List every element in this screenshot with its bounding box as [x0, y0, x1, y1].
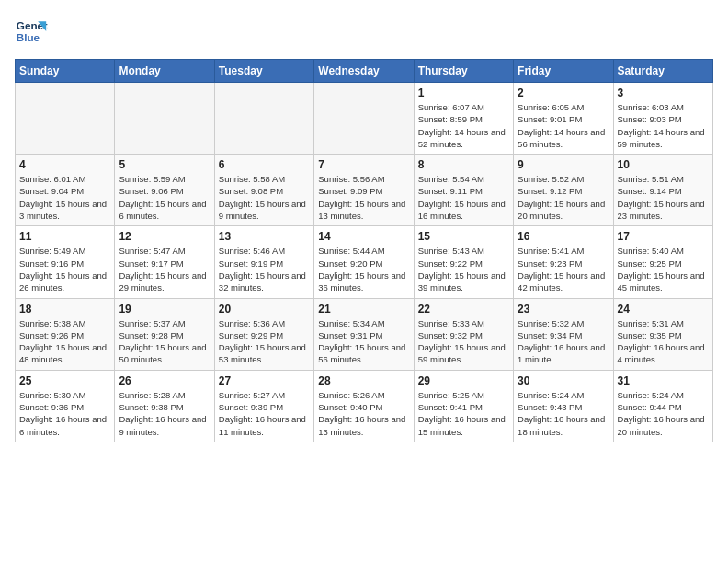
day-number: 10 [618, 158, 709, 171]
day-cell-9: 9 Sunrise: 5:52 AMSunset: 9:12 PMDayligh… [514, 155, 613, 226]
day-info: Sunrise: 5:44 AMSunset: 9:20 PMDaylight:… [318, 245, 409, 293]
weekday-header-row: SundayMondayTuesdayWednesdayThursdayFrid… [16, 60, 713, 83]
day-number: 4 [19, 158, 110, 171]
svg-text:Blue: Blue [17, 31, 40, 43]
day-info: Sunrise: 5:58 AMSunset: 9:08 PMDaylight:… [219, 173, 310, 222]
day-info: Sunrise: 5:26 AMSunset: 9:40 PMDaylight:… [318, 389, 409, 438]
day-cell-31: 31 Sunrise: 5:24 AMSunset: 9:44 PMDaylig… [613, 370, 712, 442]
day-info: Sunrise: 5:56 AMSunset: 9:09 PMDaylight:… [318, 173, 409, 222]
day-number: 5 [119, 158, 210, 171]
day-cell-10: 10 Sunrise: 5:51 AMSunset: 9:14 PMDaylig… [613, 155, 712, 226]
day-number: 17 [618, 230, 709, 243]
week-row-4: 18 Sunrise: 5:38 AMSunset: 9:26 PMDaylig… [16, 298, 713, 370]
day-number: 25 [19, 374, 110, 387]
day-info: Sunrise: 5:52 AMSunset: 9:12 PMDaylight:… [518, 173, 609, 222]
weekday-header-friday: Friday [514, 60, 613, 83]
day-cell-15: 15 Sunrise: 5:43 AMSunset: 9:22 PMDaylig… [414, 226, 513, 298]
day-info: Sunrise: 5:34 AMSunset: 9:31 PMDaylight:… [318, 317, 409, 366]
day-cell-19: 19 Sunrise: 5:37 AMSunset: 9:28 PMDaylig… [115, 298, 214, 370]
day-cell-6: 6 Sunrise: 5:58 AMSunset: 9:08 PMDayligh… [214, 155, 313, 226]
day-number: 29 [418, 374, 509, 387]
weekday-header-sunday: Sunday [16, 60, 115, 83]
day-number: 3 [618, 86, 709, 99]
day-cell-14: 14 Sunrise: 5:44 AMSunset: 9:20 PMDaylig… [314, 226, 414, 298]
day-info: Sunrise: 5:24 AMSunset: 9:43 PMDaylight:… [518, 389, 609, 438]
page-header: General Blue [15, 15, 713, 48]
day-cell-12: 12 Sunrise: 5:47 AMSunset: 9:17 PMDaylig… [115, 226, 214, 298]
day-cell-25: 25 Sunrise: 5:30 AMSunset: 9:36 PMDaylig… [16, 370, 115, 442]
day-number: 28 [318, 374, 409, 387]
day-cell-22: 22 Sunrise: 5:33 AMSunset: 9:32 PMDaylig… [414, 298, 513, 370]
day-cell-5: 5 Sunrise: 5:59 AMSunset: 9:06 PMDayligh… [115, 155, 214, 226]
day-info: Sunrise: 5:30 AMSunset: 9:36 PMDaylight:… [19, 389, 110, 438]
week-row-1: 1 Sunrise: 6:07 AMSunset: 8:59 PMDayligh… [16, 83, 713, 155]
weekday-header-thursday: Thursday [414, 60, 513, 83]
day-cell-1: 1 Sunrise: 6:07 AMSunset: 8:59 PMDayligh… [414, 83, 513, 155]
day-info: Sunrise: 5:51 AMSunset: 9:14 PMDaylight:… [618, 173, 709, 222]
day-cell-2: 2 Sunrise: 6:05 AMSunset: 9:01 PMDayligh… [514, 83, 613, 155]
week-row-5: 25 Sunrise: 5:30 AMSunset: 9:36 PMDaylig… [16, 370, 713, 442]
day-cell-8: 8 Sunrise: 5:54 AMSunset: 9:11 PMDayligh… [414, 155, 513, 226]
day-number: 14 [318, 230, 409, 243]
day-number: 15 [418, 230, 509, 243]
day-info: Sunrise: 5:40 AMSunset: 9:25 PMDaylight:… [618, 245, 709, 293]
day-cell-17: 17 Sunrise: 5:40 AMSunset: 9:25 PMDaylig… [613, 226, 712, 298]
day-info: Sunrise: 5:38 AMSunset: 9:26 PMDaylight:… [19, 317, 110, 366]
day-number: 8 [418, 158, 509, 171]
day-cell-16: 16 Sunrise: 5:41 AMSunset: 9:23 PMDaylig… [514, 226, 613, 298]
day-cell-13: 13 Sunrise: 5:46 AMSunset: 9:19 PMDaylig… [214, 226, 313, 298]
empty-cell [16, 83, 115, 155]
day-number: 7 [318, 158, 409, 171]
weekday-header-tuesday: Tuesday [214, 60, 313, 83]
day-cell-30: 30 Sunrise: 5:24 AMSunset: 9:43 PMDaylig… [514, 370, 613, 442]
day-cell-23: 23 Sunrise: 5:32 AMSunset: 9:34 PMDaylig… [514, 298, 613, 370]
day-number: 13 [219, 230, 310, 243]
day-info: Sunrise: 6:03 AMSunset: 9:03 PMDaylight:… [618, 101, 709, 150]
day-number: 31 [618, 374, 709, 387]
day-info: Sunrise: 5:24 AMSunset: 9:44 PMDaylight:… [618, 389, 709, 438]
empty-cell [115, 83, 214, 155]
day-number: 22 [418, 303, 509, 316]
day-cell-24: 24 Sunrise: 5:31 AMSunset: 9:35 PMDaylig… [613, 298, 712, 370]
day-info: Sunrise: 5:25 AMSunset: 9:41 PMDaylight:… [418, 389, 509, 438]
day-number: 20 [219, 303, 310, 316]
day-number: 19 [119, 303, 210, 316]
day-number: 23 [518, 303, 609, 316]
day-info: Sunrise: 5:47 AMSunset: 9:17 PMDaylight:… [119, 245, 210, 293]
day-info: Sunrise: 5:49 AMSunset: 9:16 PMDaylight:… [19, 245, 110, 293]
day-cell-26: 26 Sunrise: 5:28 AMSunset: 9:38 PMDaylig… [115, 370, 214, 442]
week-row-3: 11 Sunrise: 5:49 AMSunset: 9:16 PMDaylig… [16, 226, 713, 298]
calendar-table: SundayMondayTuesdayWednesdayThursdayFrid… [15, 59, 713, 442]
day-cell-4: 4 Sunrise: 6:01 AMSunset: 9:04 PMDayligh… [16, 155, 115, 226]
day-cell-7: 7 Sunrise: 5:56 AMSunset: 9:09 PMDayligh… [314, 155, 414, 226]
day-number: 27 [219, 374, 310, 387]
day-number: 21 [318, 303, 409, 316]
day-number: 12 [119, 230, 210, 243]
day-info: Sunrise: 5:33 AMSunset: 9:32 PMDaylight:… [418, 317, 509, 366]
day-info: Sunrise: 6:01 AMSunset: 9:04 PMDaylight:… [19, 173, 110, 222]
day-number: 2 [518, 86, 609, 99]
day-info: Sunrise: 5:43 AMSunset: 9:22 PMDaylight:… [418, 245, 509, 293]
day-number: 26 [119, 374, 210, 387]
day-info: Sunrise: 5:59 AMSunset: 9:06 PMDaylight:… [119, 173, 210, 222]
day-info: Sunrise: 5:32 AMSunset: 9:34 PMDaylight:… [518, 317, 609, 366]
day-number: 30 [518, 374, 609, 387]
empty-cell [214, 83, 313, 155]
day-number: 1 [418, 86, 509, 99]
logo: General Blue [15, 15, 48, 48]
day-info: Sunrise: 5:27 AMSunset: 9:39 PMDaylight:… [219, 389, 310, 438]
day-info: Sunrise: 6:05 AMSunset: 9:01 PMDaylight:… [518, 101, 609, 150]
day-number: 6 [219, 158, 310, 171]
day-info: Sunrise: 5:37 AMSunset: 9:28 PMDaylight:… [119, 317, 210, 366]
day-number: 9 [518, 158, 609, 171]
day-cell-28: 28 Sunrise: 5:26 AMSunset: 9:40 PMDaylig… [314, 370, 414, 442]
day-info: Sunrise: 6:07 AMSunset: 8:59 PMDaylight:… [418, 101, 509, 150]
week-row-2: 4 Sunrise: 6:01 AMSunset: 9:04 PMDayligh… [16, 155, 713, 226]
day-number: 16 [518, 230, 609, 243]
day-cell-29: 29 Sunrise: 5:25 AMSunset: 9:41 PMDaylig… [414, 370, 513, 442]
logo-icon: General Blue [15, 15, 48, 48]
empty-cell [314, 83, 414, 155]
day-info: Sunrise: 5:46 AMSunset: 9:19 PMDaylight:… [219, 245, 310, 293]
weekday-header-saturday: Saturday [613, 60, 712, 83]
day-cell-27: 27 Sunrise: 5:27 AMSunset: 9:39 PMDaylig… [214, 370, 313, 442]
